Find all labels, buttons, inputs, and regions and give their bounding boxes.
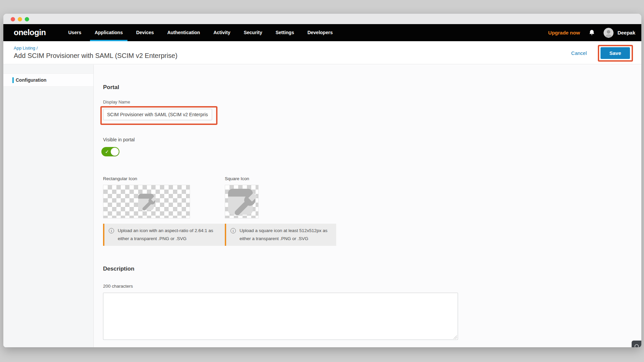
nav-item-devices[interactable]: Devices [129,24,161,41]
user-name: Deepak [618,30,635,35]
help-lightbulb-button[interactable] [632,341,641,347]
close-icon[interactable] [11,17,15,21]
page-header: App Listing / Add SCIM Provisioner with … [3,41,641,64]
display-name-input[interactable] [103,109,212,120]
onelogin-logo[interactable]: onelogin [14,28,46,37]
sidebar-item-label: Configuration [16,77,47,83]
page-title: Add SCIM Provisioner with SAML (SCIM v2 … [14,52,177,60]
visible-in-portal-label: Visible in portal [103,137,135,142]
visible-in-portal-toggle[interactable]: ✓ [101,147,119,156]
bell-icon[interactable] [588,29,595,37]
minimize-icon[interactable] [18,17,22,21]
save-button[interactable]: Save [601,47,630,59]
nav-item-security[interactable]: Security [237,24,269,41]
check-icon: ✓ [105,149,109,154]
toggle-knob [111,148,119,156]
nav-item-authentication[interactable]: Authentication [161,24,207,41]
nav-item-applications[interactable]: Applications [88,24,129,41]
display-name-label: Display Name [103,99,130,104]
nav-item-activity[interactable]: Activity [207,24,237,41]
sidebar-item-configuration[interactable]: Configuration [3,73,93,87]
main-content: Portal Display Name Visible in portal ✓ … [94,65,641,347]
avatar [604,28,614,38]
user-menu[interactable]: Deepak [604,28,635,38]
square-icon-hint: i Upload a square icon at least 512x512p… [225,224,336,246]
nav-menu: Users Applications Devices Authenticatio… [62,24,339,41]
description-textarea[interactable] [103,293,458,340]
info-icon: i [109,228,114,233]
character-count-label: 200 characters [103,284,133,289]
description-heading: Description [103,266,134,272]
portal-heading: Portal [103,84,119,91]
lightbulb-icon [634,344,639,347]
macos-titlebar [3,14,641,24]
square-icon-upload[interactable] [225,185,259,218]
top-navbar: onelogin Users Applications Devices Auth… [3,24,641,41]
rectangular-icon-upload[interactable] [103,185,190,218]
hint-text: Upload a square icon at least 512x512px … [240,227,328,243]
info-icon: i [231,228,236,233]
sidebar: Configuration [3,65,94,347]
maximize-icon[interactable] [25,17,29,21]
hint-text: Upload an icon with an aspect-ratio of 2… [118,227,213,243]
nav-item-users[interactable]: Users [62,24,88,41]
nav-item-settings[interactable]: Settings [269,24,301,41]
nav-item-developers[interactable]: Developers [301,24,339,41]
active-indicator-bar [12,77,14,83]
rectangular-icon-label: Rectangular Icon [103,176,137,181]
cancel-button[interactable]: Cancel [571,50,587,56]
app-window: onelogin Users Applications Devices Auth… [3,14,641,347]
upgrade-now-link[interactable]: Upgrade now [548,30,580,35]
rect-icon-hint: i Upload an icon with an aspect-ratio of… [103,224,235,246]
breadcrumb[interactable]: App Listing / [14,46,38,51]
navbar-right: Upgrade now Deepak [548,24,635,41]
square-icon-label: Square Icon [225,176,249,181]
